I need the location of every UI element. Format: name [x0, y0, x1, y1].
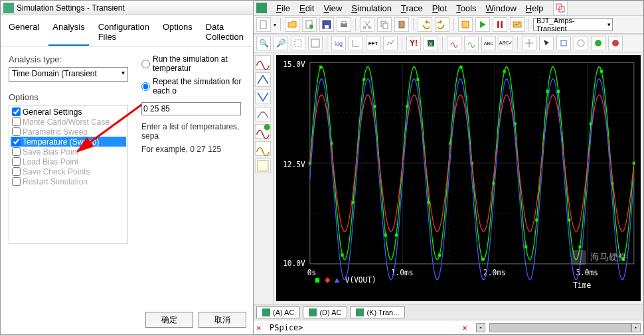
cut-button[interactable]	[360, 17, 374, 32]
abc-mark-button[interactable]: ABC	[481, 36, 496, 50]
radio-run-at-temp-input[interactable]	[141, 60, 150, 68]
text-button[interactable]: ABC✓	[499, 36, 513, 50]
tab-analysis[interactable]: Analysis	[48, 19, 88, 46]
add-trace-button[interactable]	[447, 36, 461, 50]
menu-tools[interactable]: Tools	[452, 2, 480, 15]
perf-button[interactable]	[383, 36, 398, 50]
option-restart-simulation[interactable]: Restart Simulation	[11, 176, 126, 186]
paste-button[interactable]	[394, 17, 409, 32]
save-button[interactable]	[319, 17, 334, 32]
tab-options[interactable]: Options	[159, 19, 197, 46]
svg-rect-70	[622, 258, 625, 261]
redo-button[interactable]	[435, 17, 449, 32]
cursor-button[interactable]	[522, 36, 536, 50]
zoom-in-button[interactable]: 🔍	[256, 36, 271, 50]
svg-rect-16	[497, 21, 499, 28]
toggle-cursor-button[interactable]	[574, 36, 588, 50]
menu-simulation[interactable]: Simulation	[347, 2, 396, 15]
eval-goal-button[interactable]: Y!	[406, 36, 421, 50]
dialog-titlebar[interactable]: Simulation Settings - Transient	[1, 1, 253, 15]
side-cursor-peak-icon[interactable]	[255, 72, 271, 87]
fft-button[interactable]: FFT	[366, 36, 380, 50]
option-monte-carlo-worst-case[interactable]: Monte Carlo/Worst Case	[11, 117, 126, 127]
scroll-left-button[interactable]: ◂	[476, 323, 485, 332]
option-checkbox[interactable]	[12, 107, 21, 116]
toggle-2-button[interactable]	[591, 36, 605, 50]
svg-rect-62	[535, 218, 538, 221]
side-dydx-icon[interactable]	[255, 107, 271, 121]
zoom-fit-button[interactable]	[308, 36, 323, 50]
option-checkbox[interactable]	[12, 147, 21, 156]
side-add-trace-icon[interactable]	[255, 124, 271, 139]
new-button[interactable]	[256, 17, 271, 32]
svg-rect-18	[513, 22, 521, 27]
plot-tab-k[interactable]: (K) Tran...	[350, 306, 405, 318]
toggle-3-button[interactable]	[608, 36, 623, 50]
option-checkbox[interactable]	[12, 167, 21, 176]
option-checkbox[interactable]	[12, 117, 21, 126]
toolbar-1: ▾ BJT_Amps-Transient	[254, 15, 643, 34]
cascade-icon[interactable]	[553, 1, 568, 15]
option-checkbox[interactable]	[12, 157, 21, 166]
sim-profile-button[interactable]	[458, 17, 473, 32]
print-button[interactable]	[337, 17, 351, 32]
tab-data-collection[interactable]: Data Collection	[202, 19, 249, 46]
ok-button[interactable]: 确定	[145, 312, 193, 328]
side-notes-icon[interactable]	[255, 159, 271, 173]
log-x-button[interactable]: log	[331, 36, 346, 50]
radio-run-at-temp[interactable]: Run the simulation at temperatur	[141, 54, 245, 73]
open-button[interactable]	[285, 17, 299, 32]
view-sim-button[interactable]	[510, 17, 524, 32]
copy-button[interactable]	[377, 17, 392, 32]
scroll-right-button[interactable]: ▸	[631, 323, 641, 332]
menu-edit[interactable]: Edit	[295, 2, 318, 15]
svg-rect-61	[524, 245, 527, 248]
zoom-out-button[interactable]: 🔎	[274, 36, 288, 50]
side-trace-icon[interactable]	[255, 55, 271, 70]
tab-general[interactable]: General	[5, 19, 43, 46]
menu-view[interactable]: View	[319, 2, 346, 15]
analysis-type-combo[interactable]: Time Domain (Transient	[9, 67, 128, 82]
pointer-button[interactable]	[539, 36, 554, 50]
excel-export-button[interactable]: X	[424, 36, 438, 50]
close-cmdline-icon[interactable]: ✕	[256, 323, 267, 332]
option-save-bias-point[interactable]: Save Bias Point	[11, 147, 126, 157]
side-settings-icon[interactable]	[255, 141, 271, 156]
run-button[interactable]	[475, 17, 490, 32]
open-append-button[interactable]	[302, 17, 317, 32]
option-general-settings[interactable]: General Settings	[11, 107, 126, 117]
menu-plot[interactable]: Plot	[428, 2, 451, 15]
eval-button[interactable]	[464, 36, 479, 50]
radio-repeat-each[interactable]: Repeat the simulation for each o	[141, 77, 245, 96]
option-checkbox[interactable]	[12, 177, 21, 186]
plot-tab-d[interactable]: (D) AC	[303, 306, 347, 318]
close-scroll-icon[interactable]: ✕	[463, 323, 473, 332]
zoom-area-button[interactable]	[291, 36, 305, 50]
option-parametric-sweep[interactable]: Parametric Sweep	[11, 127, 126, 137]
pause-button[interactable]	[493, 17, 507, 32]
temperature-list-input[interactable]	[141, 102, 241, 115]
mark-button[interactable]	[556, 36, 571, 50]
menu-file[interactable]: File	[272, 2, 294, 15]
menu-window[interactable]: Window	[482, 2, 521, 15]
side-cursor-trough-icon[interactable]	[255, 90, 271, 104]
waveform-plot[interactable]: 15.0V 12.5V 10.0V 0s 1.0ms 2.0ms 3.0ms T…	[276, 55, 641, 301]
undo-button[interactable]	[418, 17, 432, 32]
h-scrollbar[interactable]	[489, 323, 631, 332]
command-line[interactable]: ✕ PSpice> ✕ ◂ ▸	[254, 320, 643, 334]
option-save-check-points[interactable]: Save Check Points	[11, 167, 126, 176]
ytick-1: 12.5V	[283, 159, 305, 169]
option-checkbox[interactable]	[12, 127, 21, 136]
plot-tab-a[interactable]: (A) AC	[256, 306, 300, 318]
option-temperature-sweep-[interactable]: Temperature (Sweep)	[11, 137, 126, 147]
radio-repeat-each-input[interactable]	[141, 82, 150, 91]
option-load-bias-point[interactable]: Load Bias Point	[11, 157, 126, 167]
cancel-button[interactable]: 取消	[199, 312, 246, 328]
option-checkbox[interactable]	[12, 137, 21, 146]
menu-help[interactable]: Help	[522, 2, 548, 15]
log-y-button[interactable]	[349, 36, 363, 50]
profile-combo[interactable]: BJT_Amps-Transient	[533, 18, 613, 31]
tab-config-files[interactable]: Configuration Files	[94, 19, 153, 46]
menu-trace[interactable]: Trace	[397, 2, 427, 15]
tab-icon	[262, 308, 270, 316]
